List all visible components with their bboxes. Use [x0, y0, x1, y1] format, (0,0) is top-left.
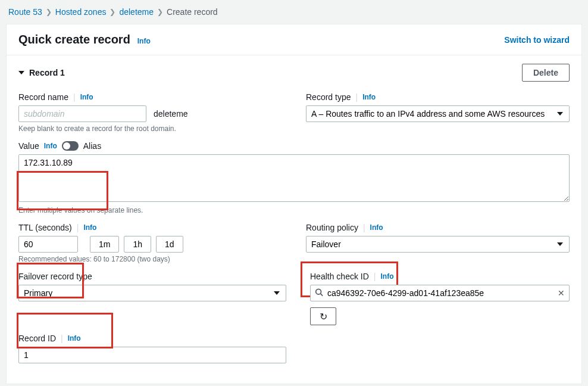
value-textarea[interactable]: [18, 154, 570, 202]
breadcrumb-hosted-zones[interactable]: Hosted zones: [55, 7, 107, 17]
record-id-info-link[interactable]: Info: [68, 334, 81, 343]
create-record-panel: Quick create record Info Switch to wizar…: [6, 24, 582, 384]
failover-type-label: Failover record type: [18, 272, 92, 281]
clear-icon[interactable]: ✕: [558, 288, 565, 298]
record-name-info-link[interactable]: Info: [80, 93, 93, 101]
title-info-link[interactable]: Info: [137, 37, 151, 45]
record-type-info-link[interactable]: Info: [362, 93, 376, 101]
ttl-preset-1m[interactable]: 1m: [90, 236, 119, 253]
record-heading: Record 1: [29, 68, 65, 77]
chevron-right-icon: ❯: [110, 8, 115, 16]
switch-to-wizard-link[interactable]: Switch to wizard: [504, 35, 570, 45]
alias-toggle[interactable]: [62, 141, 79, 151]
panel-header: Quick create record Info Switch to wizar…: [7, 24, 581, 55]
ttl-label: TTL (seconds): [18, 223, 72, 232]
health-check-info-link[interactable]: Info: [380, 272, 393, 281]
routing-policy-info-link[interactable]: Info: [370, 223, 383, 232]
refresh-icon: ↻: [320, 311, 327, 322]
breadcrumb: Route 53 ❯ Hosted zones ❯ deleteme ❯ Cre…: [0, 0, 588, 24]
record-name-label: Record name: [18, 92, 68, 102]
record-id-label: Record ID: [18, 334, 56, 343]
record-type-select[interactable]: A – Routes traffic to an IPv4 address an…: [306, 105, 570, 122]
chevron-right-icon: ❯: [157, 8, 163, 16]
panel-body: Record 1 Delete Record name | Info delet…: [7, 55, 581, 384]
ttl-helper: Recommended values: 60 to 172800 (two da…: [18, 255, 282, 263]
record-name-input[interactable]: [18, 105, 146, 122]
breadcrumb-route53[interactable]: Route 53: [8, 7, 42, 17]
ttl-preset-1d[interactable]: 1d: [156, 236, 183, 253]
ttl-input[interactable]: [18, 236, 78, 253]
health-check-input[interactable]: [310, 285, 570, 301]
delete-button[interactable]: Delete: [522, 64, 570, 82]
svg-point-0: [316, 289, 321, 294]
record-name-suffix: deleteme: [154, 109, 188, 119]
page-title: Quick create record: [18, 33, 130, 46]
routing-policy-label: Routing policy: [306, 223, 358, 232]
ttl-info-link[interactable]: Info: [83, 223, 96, 232]
value-helper: Enter multiple values on separate lines.: [18, 206, 570, 214]
breadcrumb-zone[interactable]: deleteme: [119, 7, 154, 17]
alias-label: Alias: [83, 141, 101, 151]
record-name-helper: Keep blank to create a record for the ro…: [18, 124, 282, 133]
value-label: Value: [18, 141, 39, 151]
refresh-button[interactable]: ↻: [310, 307, 336, 325]
failover-type-select[interactable]: Primary: [18, 285, 286, 301]
ttl-preset-1h[interactable]: 1h: [124, 236, 151, 253]
record-id-input[interactable]: [18, 347, 286, 363]
caret-down-icon[interactable]: [18, 71, 24, 74]
chevron-right-icon: ❯: [46, 8, 52, 16]
breadcrumb-current: Create record: [167, 7, 218, 17]
health-check-label: Health check ID: [310, 272, 369, 281]
routing-policy-select[interactable]: Failover: [306, 236, 570, 253]
search-icon: [315, 288, 323, 298]
record-type-label: Record type: [306, 92, 351, 102]
svg-line-1: [321, 294, 323, 296]
value-info-link[interactable]: Info: [44, 142, 57, 150]
